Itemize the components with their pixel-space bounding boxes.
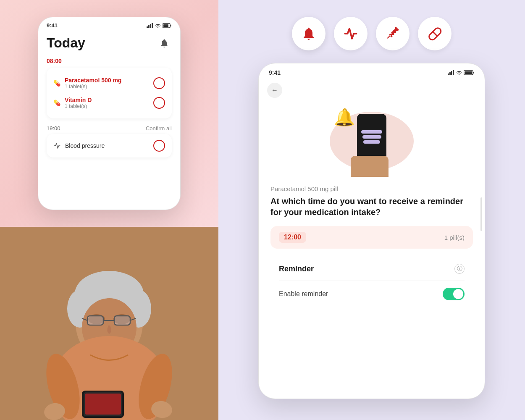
svg-rect-1 <box>148 25 150 28</box>
enable-row: Enable reminder <box>279 288 465 300</box>
reminder-header: Reminder ⓘ <box>279 264 465 274</box>
svg-rect-16 <box>87 316 103 325</box>
person-image <box>13 227 206 420</box>
back-button[interactable]: ← <box>267 83 282 98</box>
divider <box>279 281 465 281</box>
scrollbar <box>480 197 482 231</box>
phone-illustration: 🔔 <box>259 101 485 185</box>
svg-rect-30 <box>448 74 449 75</box>
bp-card: Blood pressure <box>47 134 172 158</box>
status-bar-right: 9:41 <box>259 63 485 79</box>
battery-icon-right <box>464 70 475 75</box>
left-panel: 9:41 <box>0 0 218 420</box>
medication-card: 💊 Paracetamol 500 mg 1 tablet(s) 💊 Vitam… <box>47 68 172 118</box>
check-circle-bp[interactable] <box>153 140 165 152</box>
svg-rect-6 <box>163 24 168 27</box>
check-circle-para[interactable] <box>153 77 165 89</box>
svg-rect-32 <box>451 71 452 75</box>
capsule-icon <box>427 26 442 41</box>
hand-illustration <box>351 156 388 177</box>
time-label-19: 19:00 <box>47 125 60 131</box>
med-name-vitd: Vitamin D <box>65 97 92 103</box>
mini-phone-illustration <box>357 114 386 160</box>
svg-rect-36 <box>465 71 472 74</box>
info-button[interactable]: ⓘ <box>454 264 465 274</box>
signal-icon <box>147 23 153 28</box>
screen-line-1 <box>361 130 382 134</box>
svg-rect-28 <box>85 394 121 415</box>
time-label-08: 08:00 <box>38 58 180 68</box>
wifi-icon-right <box>456 70 462 75</box>
time-slot-value[interactable]: 12:00 <box>279 232 306 243</box>
med-info-paracetamol: 💊 Paracetamol 500 mg 1 tablet(s) <box>53 77 121 89</box>
syringe-circle-icon[interactable] <box>376 17 410 50</box>
svg-rect-33 <box>453 70 454 75</box>
med-dose-vitd: 1 tablet(s) <box>65 103 92 109</box>
med-info-vitd: 💊 Vitamin D 1 tablet(s) <box>53 97 92 109</box>
status-time-right: 9:41 <box>269 69 281 76</box>
wifi-icon <box>155 23 161 28</box>
pill-count-value: 1 pill(s) <box>444 234 465 241</box>
status-icons-right <box>448 70 475 75</box>
svg-rect-31 <box>449 72 451 75</box>
person-section <box>0 227 218 420</box>
med-subtitle: Paracetamol 500 mg pill <box>270 185 473 192</box>
pulse-circle-icon[interactable] <box>334 17 368 50</box>
bell-svg <box>159 38 169 48</box>
svg-line-29 <box>433 32 437 36</box>
status-bar-left: 9:41 <box>38 17 180 32</box>
right-panel: 9:41 <box>218 0 525 420</box>
med-name-para: Paracetamol 500 mg <box>65 77 121 84</box>
illustration-wrapper: 🔔 <box>326 105 418 177</box>
phone-mockup-right: 9:41 <box>258 63 485 399</box>
check-circle-vitd[interactable] <box>153 97 165 109</box>
header-bell-icon[interactable] <box>157 36 172 51</box>
med-item-paracetamol: 💊 Paracetamol 500 mg 1 tablet(s) <box>53 74 165 93</box>
bell-illustration: 🔔 <box>334 108 355 127</box>
svg-rect-17 <box>114 316 130 325</box>
med-dose-para: 1 tablet(s) <box>65 84 121 89</box>
signal-icon-right <box>448 70 454 75</box>
top-left-section: 9:41 <box>0 0 218 227</box>
screen-line-3 <box>363 140 380 144</box>
phone-mockup-left: 9:41 <box>38 17 181 210</box>
enable-label: Enable reminder <box>279 290 328 298</box>
battery-icon <box>163 23 172 28</box>
bell-circle-icon[interactable] <box>292 17 326 50</box>
pulse-icon-small <box>53 142 61 150</box>
pill-icon-para: 💊 <box>53 80 60 87</box>
icon-row <box>292 17 452 50</box>
phone-header-left: Today <box>38 32 180 58</box>
svg-rect-5 <box>171 25 171 26</box>
med-question: At which time do you want to receive a r… <box>270 196 473 218</box>
bell-icon-right <box>301 26 316 41</box>
person-svg <box>13 227 206 420</box>
back-row: ← <box>259 79 485 101</box>
phone-content-area: Paracetamol 500 mg pill At which time do… <box>259 185 485 309</box>
svg-rect-2 <box>150 24 151 28</box>
reminder-section: Reminder ⓘ Enable reminder <box>270 255 473 309</box>
pill-icon-vitd: 💊 <box>53 100 60 106</box>
svg-rect-0 <box>147 26 148 28</box>
confirm-all-button[interactable]: Confirm all <box>146 125 172 131</box>
page-title-left: Today <box>47 35 85 51</box>
status-icons-left <box>147 23 172 28</box>
syringe-icon <box>385 26 400 41</box>
svg-rect-35 <box>473 72 474 74</box>
reminder-toggle[interactable] <box>443 288 465 300</box>
svg-rect-3 <box>152 23 153 28</box>
reminder-title: Reminder <box>279 265 314 273</box>
pill-circle-icon[interactable] <box>418 17 452 50</box>
screen-line-2 <box>362 135 381 139</box>
bp-label: Blood pressure <box>65 142 105 149</box>
status-time-left: 9:41 <box>47 22 58 29</box>
time-pill-row: 12:00 1 pill(s) <box>270 226 473 249</box>
bp-info: Blood pressure <box>53 142 105 150</box>
toggle-knob <box>453 289 463 299</box>
pulse-icon-right <box>343 26 358 41</box>
med-item-vitd: 💊 Vitamin D 1 tablet(s) <box>53 93 165 113</box>
time-row-19: 19:00 Confirm all <box>38 122 180 134</box>
